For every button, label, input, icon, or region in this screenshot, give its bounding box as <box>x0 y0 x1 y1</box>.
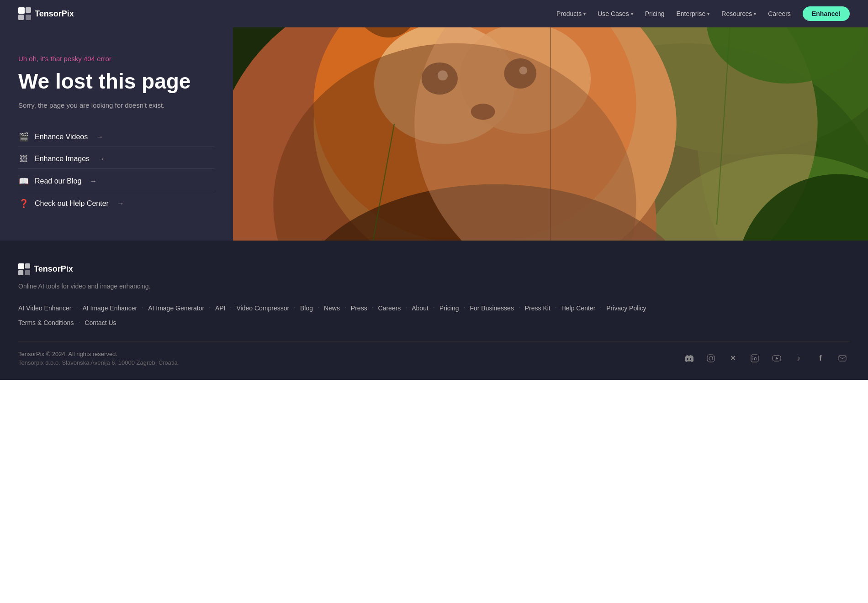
footer-link-about[interactable]: About <box>412 304 429 313</box>
footer-divider <box>18 341 850 341</box>
enhance-button[interactable]: Enhance! <box>803 6 850 21</box>
chevron-down-icon: ▾ <box>754 11 756 16</box>
svg-point-42 <box>752 356 753 357</box>
help-center-label: Check out Help Center <box>35 199 109 208</box>
svg-rect-45 <box>839 356 846 361</box>
footer-link-api[interactable]: API <box>215 304 226 313</box>
hero-image-bg <box>233 27 868 241</box>
chevron-down-icon: ▾ <box>707 11 709 16</box>
twitter-x-icon[interactable]: ✕ <box>725 351 740 366</box>
nav-products[interactable]: Products ▾ <box>552 7 590 20</box>
chevron-down-icon: ▾ <box>583 11 586 16</box>
svg-rect-35 <box>18 270 23 275</box>
arrow-icon: → <box>96 133 103 141</box>
footer-link-video-compressor[interactable]: Video Compressor <box>236 304 289 313</box>
instagram-icon[interactable] <box>704 351 718 366</box>
footer-link-careers[interactable]: Careers <box>378 304 401 313</box>
svg-rect-37 <box>707 355 715 362</box>
svg-rect-2 <box>18 15 24 20</box>
nav-enterprise[interactable]: Enterprise ▾ <box>672 7 714 20</box>
footer-link-news[interactable]: News <box>324 304 340 313</box>
read-blog-label: Read our Blog <box>35 177 81 185</box>
nav-pricing[interactable]: Pricing <box>640 7 669 20</box>
footer-link-ai-video-enhancer[interactable]: AI Video Enhancer <box>18 304 72 313</box>
footer: TensorPix Online AI tools for video and … <box>0 241 868 380</box>
svg-rect-0 <box>18 7 25 14</box>
footer-address: Tensorpix d.o.o. Slavonska Avenija 6, 10… <box>18 359 178 366</box>
footer-links-row1: AI Video Enhancer · AI Image Enhancer · … <box>18 304 850 313</box>
footer-copyright: TensorPix © 2024. All rights reserved. <box>18 351 178 357</box>
social-icons: ✕ ♪ f <box>682 351 850 366</box>
arrow-icon: → <box>117 199 124 208</box>
footer-link-press-kit[interactable]: Press Kit <box>525 304 550 313</box>
svg-rect-34 <box>25 263 30 268</box>
main-nav: Products ▾ Use Cases ▾ Pricing Enterpris… <box>552 6 850 21</box>
logo[interactable]: TensorPix <box>18 7 74 20</box>
help-center-link[interactable]: ❓ Check out Help Center → <box>18 194 215 213</box>
svg-rect-36 <box>25 270 30 275</box>
footer-bottom: TensorPix © 2024. All rights reserved. T… <box>18 351 850 366</box>
nav-use-cases[interactable]: Use Cases ▾ <box>593 7 637 20</box>
svg-marker-44 <box>776 357 778 360</box>
footer-links-row2: Terms & Conditions · Contact Us <box>18 318 850 327</box>
svg-point-38 <box>709 357 713 360</box>
image-icon: 🖼 <box>18 154 29 164</box>
footer-legal: TensorPix © 2024. All rights reserved. T… <box>18 351 178 366</box>
bottom-space <box>0 380 868 508</box>
nav-resources[interactable]: Resources ▾ <box>717 7 761 20</box>
footer-link-help-center[interactable]: Help Center <box>561 304 596 313</box>
header: TensorPix Products ▾ Use Cases ▾ Pricing… <box>0 0 868 27</box>
enhance-videos-label: Enhance Videos <box>35 133 88 141</box>
footer-link-privacy-policy[interactable]: Privacy Policy <box>606 304 646 313</box>
footer-link-contact[interactable]: Contact Us <box>85 318 116 327</box>
footer-link-ai-image-generator[interactable]: AI Image Generator <box>148 304 204 313</box>
logo-text: TensorPix <box>35 9 74 19</box>
arrow-icon: → <box>98 155 105 163</box>
svg-rect-1 <box>26 7 31 13</box>
facebook-icon[interactable]: f <box>813 351 828 366</box>
svg-rect-3 <box>26 15 31 20</box>
hero-content: Uh oh, it's that pesky 404 error We lost… <box>0 27 233 241</box>
hero-links: 🎬 Enhance Videos → 🖼 Enhance Images → 📖 … <box>18 127 215 213</box>
footer-link-terms[interactable]: Terms & Conditions <box>18 318 74 327</box>
email-icon[interactable] <box>835 351 850 366</box>
tiktok-icon[interactable]: ♪ <box>791 351 806 366</box>
nav-careers[interactable]: Careers <box>763 7 795 20</box>
svg-point-39 <box>713 356 714 357</box>
footer-link-ai-image-enhancer[interactable]: AI Image Enhancer <box>82 304 137 313</box>
enhance-images-link[interactable]: 🖼 Enhance Images → <box>18 150 215 169</box>
video-icon: 🎬 <box>18 132 29 142</box>
youtube-icon[interactable] <box>769 351 784 366</box>
footer-link-for-businesses[interactable]: For Businesses <box>470 304 513 313</box>
hero-subtitle: Sorry, the page you are looking for does… <box>18 101 215 109</box>
footer-link-blog[interactable]: Blog <box>300 304 313 313</box>
hero-section: Uh oh, it's that pesky 404 error We lost… <box>0 27 868 241</box>
hero-title: We lost this page <box>18 70 215 93</box>
svg-rect-33 <box>18 263 24 269</box>
help-icon: ❓ <box>18 199 29 209</box>
linkedin-icon[interactable] <box>747 351 762 366</box>
blog-icon: 📖 <box>18 176 29 186</box>
footer-logo-text: TensorPix <box>34 264 73 274</box>
enhance-videos-link[interactable]: 🎬 Enhance Videos → <box>18 127 215 147</box>
enhance-images-label: Enhance Images <box>35 155 90 163</box>
read-blog-link[interactable]: 📖 Read our Blog → <box>18 172 215 191</box>
footer-link-press[interactable]: Press <box>351 304 367 313</box>
error-label: Uh oh, it's that pesky 404 error <box>18 55 215 63</box>
chevron-down-icon: ▾ <box>631 11 633 16</box>
hero-image <box>233 27 868 241</box>
footer-link-pricing[interactable]: Pricing <box>439 304 459 313</box>
discord-icon[interactable] <box>682 351 696 366</box>
footer-logo: TensorPix <box>18 263 850 275</box>
footer-tagline: Online AI tools for video and image enha… <box>18 283 850 290</box>
arrow-icon: → <box>90 177 97 185</box>
